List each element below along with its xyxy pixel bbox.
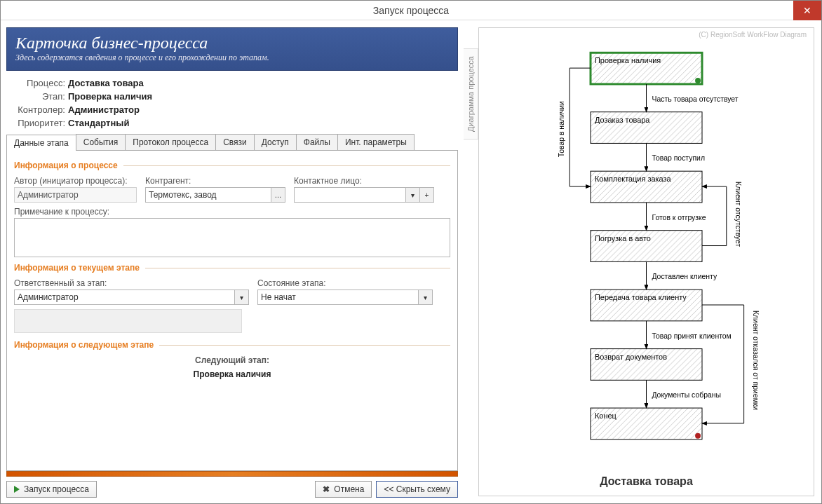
- node-picking[interactable]: Комплектация заказа: [591, 171, 702, 203]
- label-process: Процесс:: [9, 78, 65, 88]
- section-current-stage-label: Информация о текущем этапе: [14, 263, 140, 273]
- section-process-info-label: Информация о процессе: [14, 161, 118, 170]
- label-note: Примечание к процессу:: [14, 207, 450, 217]
- tab-protocol[interactable]: Протокол процесса: [125, 134, 216, 150]
- node-label: Комплектация заказа: [595, 175, 672, 183]
- node-label: Проверка наличия: [595, 56, 661, 64]
- node-docs-return[interactable]: Возврат документов: [591, 349, 702, 381]
- contact-dropdown-button[interactable]: ▾: [406, 187, 420, 203]
- ellipsis-icon: …: [275, 191, 282, 199]
- node-label: Конец: [595, 411, 616, 420]
- tab-events[interactable]: События: [76, 134, 126, 150]
- node-check-availability[interactable]: Проверка наличия: [591, 53, 702, 84]
- titlebar: Запуск процесса ✕: [1, 1, 821, 20]
- play-icon: [14, 486, 20, 493]
- counterparty-field[interactable]: [145, 187, 271, 203]
- cancel-icon: ✖: [323, 484, 330, 494]
- note-field[interactable]: [14, 218, 450, 257]
- diagram-title: Доставка товара: [479, 470, 814, 493]
- tab-links[interactable]: Связи: [215, 134, 255, 150]
- tab-stage-data[interactable]: Данные этапа: [6, 135, 76, 151]
- cancel-label: Отмена: [334, 484, 364, 494]
- label-next-stage: Следующий этап:: [14, 355, 450, 365]
- edge-label: Клиент отказался от приемки: [752, 311, 760, 410]
- edge-label: Товар принят клиентом: [652, 332, 731, 340]
- right-pane: Диаграмма процесса (C) RegionSoft WorkFl…: [464, 20, 821, 503]
- tab-files[interactable]: Файлы: [296, 134, 338, 150]
- edge-label: Часть товара отсутствует: [652, 95, 738, 103]
- node-label: Погрузка в авто: [595, 234, 651, 243]
- label-stage: Этап:: [9, 91, 65, 102]
- start-process-label: Запуск процесса: [24, 484, 89, 494]
- value-process: Доставка товара: [68, 78, 455, 88]
- value-controller: Администратор: [68, 104, 455, 115]
- next-stage-block: Следующий этап: Проверка наличия: [14, 355, 450, 379]
- divider: [123, 165, 450, 166]
- diagram-side-tab[interactable]: Диаграмма процесса: [464, 48, 478, 139]
- author-field: [14, 187, 137, 203]
- left-pane: Карточка бизнес-процесса Здесь содержатс…: [1, 20, 464, 503]
- window: Запуск процесса ✕ Карточка бизнес-процес…: [0, 0, 822, 504]
- label-responsible: Ответственный за этап:: [14, 278, 249, 288]
- chevron-down-icon: ▾: [411, 191, 415, 199]
- tab-int-params[interactable]: Инт. параметры: [337, 134, 415, 150]
- responsible-field[interactable]: [14, 290, 235, 305]
- state-dropdown-button[interactable]: ▾: [419, 290, 433, 305]
- window-title: Запуск процесса: [373, 5, 449, 16]
- diagram-box: (C) RegionSoft WorkFlow Diagram: [478, 27, 814, 496]
- label-state: Состояние этапа:: [257, 278, 433, 288]
- label-author: Автор (инициатор процесса):: [14, 176, 137, 186]
- chevron-down-icon: ▾: [240, 294, 243, 301]
- edge-label: Готов к отгрузке: [652, 214, 706, 222]
- node-label: Передача товара клиенту: [595, 293, 687, 301]
- section-process-info: Информация о процессе: [14, 161, 450, 170]
- content: Карточка бизнес-процесса Здесь содержатс…: [1, 20, 821, 503]
- label-contact: Контактное лицо:: [294, 176, 434, 186]
- tab-body: Информация о процессе Автор (инициатор п…: [6, 151, 458, 471]
- hide-scheme-label: << Скрыть схему: [384, 484, 450, 494]
- node-reorder[interactable]: Дозаказ товара: [591, 112, 702, 144]
- label-controller: Контролер:: [9, 104, 65, 115]
- node-handover[interactable]: Передача товара клиенту: [591, 290, 702, 321]
- divider: [145, 268, 450, 268]
- edge-label: Документы собраны: [652, 391, 721, 399]
- diagram-copyright: (C) RegionSoft WorkFlow Diagram: [699, 31, 807, 39]
- plus-icon: +: [425, 191, 429, 199]
- counterparty-lookup-button[interactable]: …: [271, 187, 285, 203]
- section-next-stage: Информация о следующем этапе: [14, 340, 450, 350]
- edge-label: Доставлен клиенту: [652, 273, 717, 280]
- footer: Запуск процесса ✖ Отмена << Скрыть схему: [6, 471, 458, 498]
- svg-point-9: [695, 433, 701, 439]
- cancel-button[interactable]: ✖ Отмена: [315, 481, 372, 498]
- svg-point-2: [695, 78, 701, 83]
- chevron-down-icon: ▾: [424, 294, 427, 301]
- workflow-diagram: Проверка наличия Дозаказ товара Комплект…: [479, 28, 814, 468]
- responsible-dropdown-button[interactable]: ▾: [235, 290, 249, 305]
- label-counterparty: Контрагент:: [145, 176, 285, 186]
- node-loading[interactable]: Погрузка в авто: [591, 231, 702, 262]
- close-button[interactable]: ✕: [793, 1, 821, 20]
- start-process-button[interactable]: Запуск процесса: [6, 481, 97, 498]
- section-next-stage-label: Информация о следующем этапе: [14, 340, 154, 350]
- stage-detail-placeholder: [14, 309, 242, 333]
- edge-label: Клиент отсутствует: [734, 182, 742, 247]
- banner: Карточка бизнес-процесса Здесь содержатс…: [6, 27, 458, 71]
- process-properties: Процесс: Доставка товара Этап: Проверка …: [6, 71, 458, 132]
- hide-scheme-button[interactable]: << Скрыть схему: [376, 481, 458, 498]
- value-stage: Проверка наличия: [68, 91, 455, 102]
- tabs: Данные этапа События Протокол процесса С…: [6, 134, 458, 151]
- node-label: Возврат документов: [595, 353, 667, 361]
- node-end[interactable]: Конец: [591, 408, 702, 440]
- contact-field[interactable]: [294, 187, 406, 203]
- state-field[interactable]: [257, 290, 419, 305]
- tab-access[interactable]: Доступ: [254, 134, 297, 150]
- label-priority: Приоритет:: [9, 118, 65, 128]
- value-priority: Стандартный: [68, 118, 455, 128]
- close-icon: ✕: [803, 5, 811, 16]
- divider: [159, 345, 450, 346]
- edge-label: Товар поступил: [652, 154, 705, 162]
- progress-bar: [6, 471, 458, 477]
- value-next-stage: Проверка наличия: [14, 369, 450, 379]
- contact-add-button[interactable]: +: [420, 187, 434, 203]
- banner-title: Карточка бизнес-процесса: [15, 34, 449, 53]
